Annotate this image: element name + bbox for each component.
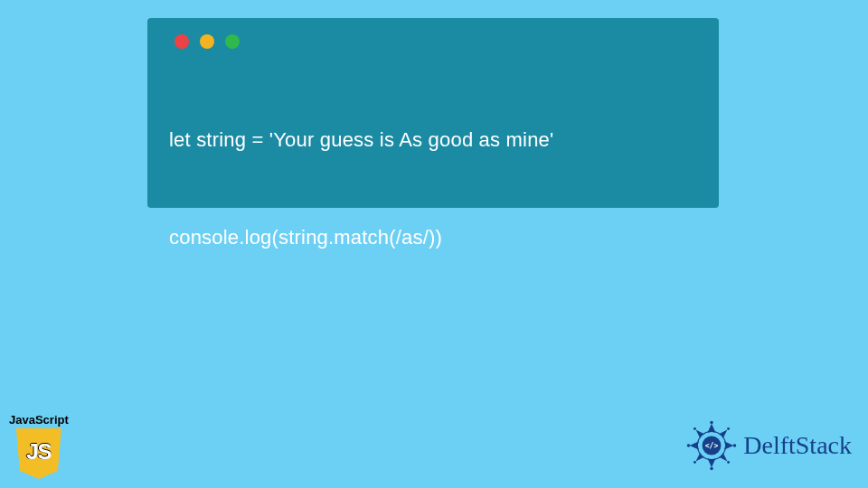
javascript-badge: JavaScript JS <box>9 413 69 479</box>
javascript-label: JavaScript <box>9 413 69 427</box>
svg-point-8 <box>727 427 730 430</box>
window-traffic-lights <box>175 34 697 49</box>
svg-point-10 <box>727 461 730 464</box>
code-line-2: console.log(string.match(/as/)) <box>169 225 697 251</box>
maximize-dot-icon <box>225 34 240 49</box>
svg-point-4 <box>711 467 713 470</box>
svg-point-6 <box>733 444 736 446</box>
close-dot-icon <box>175 34 189 49</box>
svg-point-7 <box>693 427 696 430</box>
svg-point-9 <box>693 461 696 464</box>
delftstack-mandala-icon: </> <box>685 419 738 472</box>
js-shield-glyph: JS <box>26 439 51 465</box>
brand-name: DelftStack <box>743 431 852 460</box>
minimize-dot-icon <box>200 34 214 49</box>
code-line-1: let string = 'Your guess is As good as m… <box>169 127 697 154</box>
js-shield-icon: JS <box>16 428 61 479</box>
code-window: let string = 'Your guess is As good as m… <box>147 18 719 208</box>
code-body: let string = 'Your guess is As good as m… <box>169 76 697 323</box>
svg-text:</>: </> <box>705 441 719 450</box>
brand-logo: </> <box>685 419 852 472</box>
svg-point-5 <box>687 444 690 446</box>
svg-point-3 <box>711 421 713 424</box>
